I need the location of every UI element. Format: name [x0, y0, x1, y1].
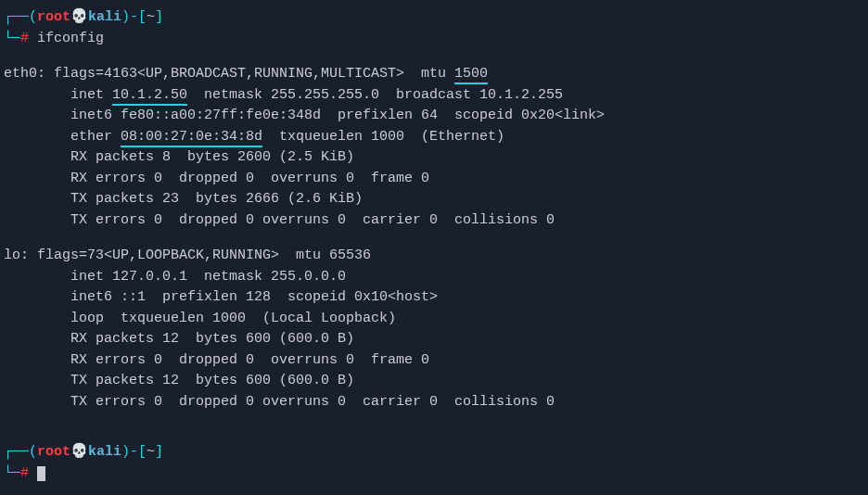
eth0-inet6: inet6 fe80::a00:27ff:fe0e:348d prefixlen… — [4, 106, 864, 127]
eth0-header: eth0: flags=4163<UP,BROADCAST,RUNNING,MU… — [4, 64, 864, 85]
skull-icon-2: 💀 — [70, 444, 88, 460]
eth0-ether: ether 08:00:27:0e:34:8d txqueuelen 1000 … — [4, 127, 864, 148]
prompt-corner-top: ┌──( — [4, 9, 37, 25]
eth0-mtu-highlighted: 1500 — [454, 66, 488, 84]
lo-rx-errors: RX errors 0 dropped 0 overruns 0 frame 0 — [4, 350, 864, 372]
prompt-command-line-2[interactable]: └─# — [4, 463, 864, 485]
eth0-tx-errors: TX errors 0 dropped 0 overruns 0 carrier… — [4, 210, 864, 232]
prompt-close-paren-2: ) — [121, 444, 130, 460]
prompt-hash-2: # — [20, 465, 29, 481]
lo-tx-errors: TX errors 0 dropped 0 overruns 0 carrier… — [4, 392, 864, 413]
prompt-host-2: kali — [88, 444, 121, 460]
prompt-command-line-1[interactable]: └─# ifconfig — [4, 29, 864, 50]
lo-inet: inet 127.0.0.1 netmask 255.0.0.0 — [4, 267, 864, 288]
lo-rx-packets: RX packets 12 bytes 600 (600.0 B) — [4, 329, 864, 350]
prompt-bracket-close-2: ] — [155, 444, 163, 460]
terminal-cursor[interactable] — [37, 466, 45, 481]
lo-tx-packets: TX packets 12 bytes 600 (600.0 B) — [4, 371, 864, 392]
prompt-user-2: root — [37, 444, 70, 460]
eth0-mac-highlighted: 08:00:27:0e:34:8d — [121, 129, 262, 147]
eth0-ip-highlighted: 10.1.2.50 — [112, 87, 187, 106]
prompt-corner-bottom-2: └─ — [4, 465, 20, 481]
lo-inet6: inet6 ::1 prefixlen 128 scopeid 0x10<hos… — [4, 287, 864, 309]
prompt-path-2: ~ — [147, 444, 155, 460]
prompt-user: root — [37, 9, 70, 25]
lo-loop: loop txqueuelen 1000 (Local Loopback) — [4, 309, 864, 330]
prompt-close-paren: ) — [121, 9, 130, 25]
prompt-bracket-open: [ — [138, 9, 147, 25]
prompt-dash: - — [130, 9, 138, 25]
eth0-tx-packets: TX packets 23 bytes 2666 (2.6 KiB) — [4, 189, 864, 210]
prompt-corner-top-2: ┌──( — [4, 444, 37, 460]
prompt-hash: # — [20, 31, 29, 46]
eth0-inet: inet 10.1.2.50 netmask 255.255.255.0 bro… — [4, 85, 864, 107]
prompt-line-2: ┌──(root💀kali)-[~] — [4, 442, 864, 463]
skull-icon: 💀 — [70, 9, 88, 25]
prompt-bracket-close: ] — [155, 9, 163, 25]
prompt-host: kali — [88, 9, 121, 25]
eth0-rx-errors: RX errors 0 dropped 0 overruns 0 frame 0 — [4, 169, 864, 190]
prompt-line-1: ┌──(root💀kali)-[~] — [4, 7, 864, 29]
eth0-rx-packets: RX packets 8 bytes 2600 (2.5 KiB) — [4, 147, 864, 169]
command-ifconfig: ifconfig — [37, 31, 104, 46]
prompt-path: ~ — [147, 9, 155, 25]
prompt-dash-2: - — [130, 444, 138, 460]
prompt-bracket-open-2: [ — [138, 444, 147, 460]
prompt-corner-bottom: └─ — [4, 31, 20, 46]
lo-header: lo: flags=73<UP,LOOPBACK,RUNNING> mtu 65… — [4, 246, 864, 267]
